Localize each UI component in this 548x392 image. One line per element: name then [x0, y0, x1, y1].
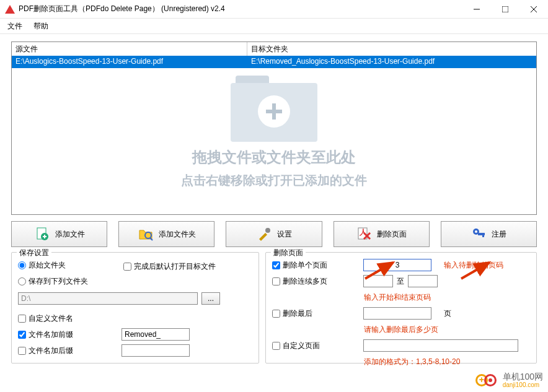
title-bar: PDF删除页面工具（PDFdo Delete Page） (Unregister…	[0, 0, 548, 19]
checkbox-open-after[interactable]	[123, 263, 131, 271]
register-label: 注册	[492, 229, 506, 240]
drop-hint: 拖拽文件或文件夹至此处 点击右键移除或打开已添加的文件	[12, 76, 536, 189]
add-folder-label: 添加文件夹	[159, 229, 196, 240]
save-legend: 保存设置	[17, 248, 51, 258]
checkbox-range[interactable]	[272, 277, 280, 285]
watermark-url: danji100.com	[503, 381, 543, 388]
maximize-button[interactable]	[491, 0, 519, 19]
range-from-input[interactable]	[363, 275, 393, 287]
table-row[interactable]: E:\Auslogics-BoostSpeed-13-User-Guide.pd…	[12, 56, 536, 68]
cell-source: E:\Auslogics-BoostSpeed-13-User-Guide.pd…	[12, 56, 247, 68]
last-unit: 页	[444, 308, 451, 319]
toolbar: 添加文件 添加文件夹 设置 人 删除页面 注册	[11, 221, 537, 247]
table-header: 源文件 目标文件夹	[12, 42, 536, 56]
radio-original-folder[interactable]	[18, 261, 26, 269]
radio-below-folder[interactable]	[18, 277, 26, 285]
minimize-button[interactable]	[462, 0, 491, 19]
checkbox-custom-name[interactable]	[18, 315, 26, 323]
close-button[interactable]	[519, 0, 548, 19]
browse-button[interactable]: ...	[201, 292, 220, 305]
delete-legend: 删除页面	[271, 248, 306, 258]
folder-path-input[interactable]	[18, 292, 198, 305]
file-table[interactable]: 源文件 目标文件夹 E:\Auslogics-BoostSpeed-13-Use…	[11, 41, 537, 215]
prefix-input[interactable]	[122, 328, 190, 341]
svg-point-16	[475, 230, 477, 233]
menu-help[interactable]: 帮助	[33, 21, 48, 32]
drop-line2: 点击右键移除或打开已添加的文件	[12, 172, 536, 189]
open-after-label: 完成后默认打开目标文件	[134, 261, 216, 272]
menu-file[interactable]: 文件	[7, 21, 22, 32]
suffix-input[interactable]	[122, 344, 190, 357]
range-hint: 输入开始和结束页码	[364, 292, 431, 303]
radio-original-label: 原始文件夹	[29, 260, 66, 271]
last-label: 删除最后	[283, 308, 345, 319]
drop-line1: 拖拽文件或文件夹至此处	[12, 147, 536, 167]
single-page-hint: 输入待删除的页码	[444, 260, 503, 271]
register-button[interactable]: 注册	[441, 221, 537, 247]
col-source[interactable]: 源文件	[12, 42, 247, 56]
suffix-label: 文件名加后缀	[29, 346, 84, 356]
delete-page-label: 删除页面	[377, 229, 407, 240]
delete-panel: 删除页面 删除单个页面 输入待删除的页码 删除连续多页 至 输入开始和结束页码 …	[265, 252, 537, 364]
radio-below-label: 保存到下列文件夹	[29, 276, 88, 287]
col-target[interactable]: 目标文件夹	[247, 42, 536, 56]
custom-pages-label: 自定义页面	[283, 341, 345, 351]
watermark-name: 单机100网	[503, 372, 543, 381]
tools-icon	[256, 226, 272, 242]
last-hint: 请输入删除最后多少页	[364, 324, 438, 335]
checkbox-custom-pages[interactable]	[272, 342, 280, 350]
single-page-input[interactable]	[363, 259, 431, 271]
svg-rect-17	[478, 233, 485, 235]
range-to-input[interactable]	[408, 275, 438, 287]
custom-pages-input[interactable]	[363, 339, 518, 352]
single-page-label: 删除单个页面	[283, 260, 345, 271]
folder-plus-icon	[231, 76, 317, 144]
checkbox-last[interactable]	[272, 310, 280, 318]
checkbox-single-page[interactable]	[272, 261, 280, 269]
app-icon	[5, 4, 15, 14]
watermark-logo-icon	[475, 373, 500, 388]
cell-target: E:\Removed_Auslogics-BoostSpeed-13-User-…	[247, 56, 536, 68]
range-label: 删除连续多页	[283, 276, 345, 287]
menu-bar: 文件 帮助	[0, 19, 548, 34]
file-plus-icon	[34, 226, 50, 242]
svg-rect-18	[482, 235, 484, 237]
folder-search-icon	[138, 226, 154, 242]
range-to-label: 至	[397, 276, 404, 287]
settings-label: 设置	[277, 229, 292, 240]
add-file-label: 添加文件	[55, 229, 85, 240]
window-title: PDF删除页面工具（PDFdo Delete Page） (Unregister…	[19, 4, 462, 14]
custom-name-label: 自定义文件名	[29, 313, 73, 324]
settings-button[interactable]: 设置	[226, 221, 322, 247]
watermark: 单机100网 danji100.com	[475, 372, 543, 388]
svg-point-10	[265, 228, 270, 233]
checkbox-suffix[interactable]	[18, 347, 26, 355]
custom-hint: 添加的格式为：1,3,5-8,10-20	[364, 357, 460, 367]
key-icon	[471, 226, 487, 242]
delete-page-button[interactable]: 人 删除页面	[334, 221, 430, 247]
pdf-delete-icon: 人	[356, 226, 372, 242]
svg-rect-1	[502, 6, 508, 12]
add-folder-button[interactable]: 添加文件夹	[118, 221, 214, 247]
prefix-label: 文件名加前缀	[29, 329, 84, 340]
last-input[interactable]	[363, 307, 431, 320]
save-panel: 保存设置 原始文件夹 保存到下列文件夹 完成后默认打开目标文件 ... 自定义文…	[11, 252, 259, 364]
checkbox-prefix[interactable]	[18, 331, 26, 339]
add-file-button[interactable]: 添加文件	[11, 221, 107, 247]
